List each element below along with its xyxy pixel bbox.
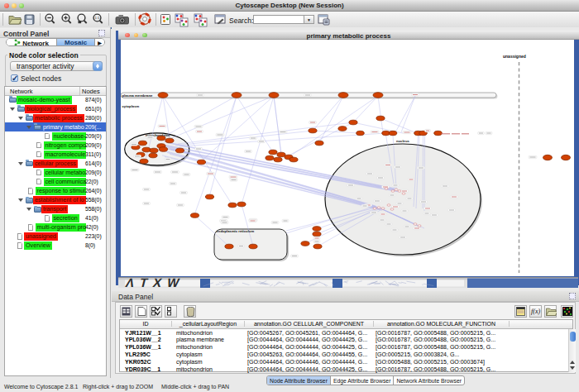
svg-text:1:1: 1:1 (95, 16, 101, 20)
svg-text:unassigned: unassigned (503, 54, 526, 59)
svg-text:plasma membrane: plasma membrane (122, 93, 153, 98)
svg-text:nucleus: nucleus (396, 139, 409, 143)
svg-text:endoplasmic reticulum: endoplasmic reticulum (217, 229, 255, 233)
svg-text:ΛTΧW: ΛTΧW (124, 277, 186, 288)
svg-text:cytoplasm: cytoplasm (122, 104, 140, 108)
